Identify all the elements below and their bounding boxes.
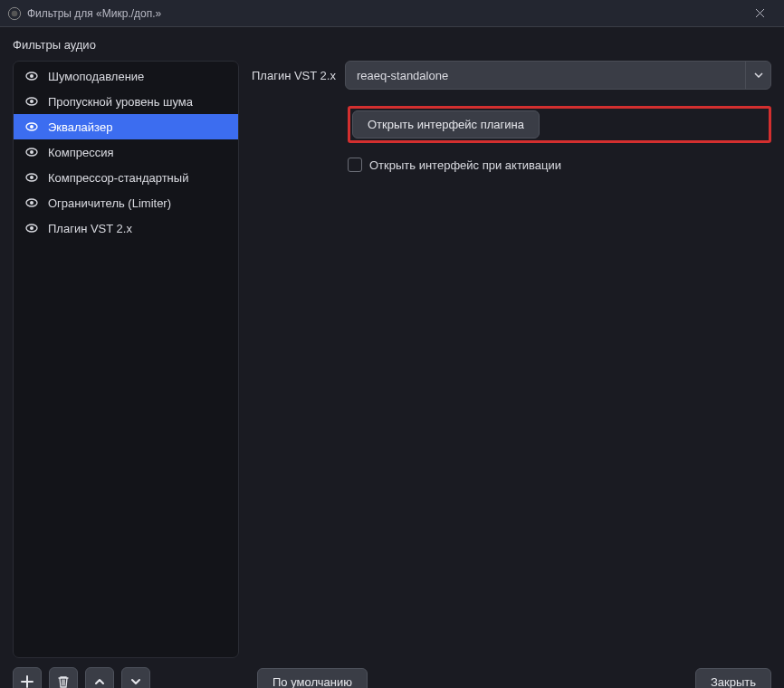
- chevron-down-icon: [129, 674, 143, 688]
- trash-icon: [56, 674, 71, 688]
- footer-bar: По умолчанию Закрыть: [0, 658, 784, 688]
- eye-icon[interactable]: [24, 94, 39, 109]
- filter-item-label: Шумоподавление: [48, 70, 144, 83]
- eye-icon[interactable]: [24, 170, 39, 185]
- filter-list-panel: Шумоподавление Пропускной уровень шума Э…: [13, 61, 239, 658]
- svg-point-11: [30, 150, 33, 154]
- filter-item[interactable]: Эквалайзер: [14, 114, 238, 139]
- svg-point-7: [30, 100, 33, 103]
- filter-item-label: Пропускной уровень шума: [48, 95, 193, 109]
- eye-icon[interactable]: [24, 145, 39, 159]
- plugin-select-row: Плагин VST 2.x reaeq-standalone: [252, 61, 771, 90]
- eye-icon[interactable]: [24, 221, 39, 235]
- svg-point-15: [30, 201, 33, 205]
- window-close-button[interactable]: [742, 1, 777, 26]
- filter-item-label: Компрессор-стандартный: [48, 171, 188, 185]
- eye-icon[interactable]: [24, 119, 39, 134]
- filter-item-label: Эквалайзер: [48, 120, 112, 134]
- filter-item[interactable]: Плагин VST 2.x: [14, 215, 238, 241]
- close-icon: [755, 8, 765, 18]
- filter-list: Шумоподавление Пропускной уровень шума Э…: [14, 62, 238, 243]
- highlight-annotation: Открыть интерфейс плагина: [348, 106, 771, 143]
- open-on-activate-label: Открыть интерфейс при активации: [369, 158, 561, 172]
- filter-item[interactable]: Шумоподавление: [14, 63, 238, 89]
- section-label-audio-filters: Фильтры аудио: [0, 27, 784, 61]
- svg-point-5: [30, 74, 33, 78]
- filter-item-label: Ограничитель (Limiter): [48, 196, 171, 210]
- obs-logo-icon: [7, 6, 22, 21]
- open-on-activate-checkbox[interactable]: [348, 158, 362, 172]
- move-filter-down-button[interactable]: [121, 667, 150, 688]
- window-title: Фильтры для «Микр./доп.»: [27, 7, 742, 20]
- svg-point-1: [12, 10, 18, 16]
- eye-icon[interactable]: [24, 69, 39, 83]
- svg-point-9: [30, 125, 33, 129]
- filter-item[interactable]: Ограничитель (Limiter): [14, 190, 238, 215]
- svg-point-13: [30, 176, 33, 179]
- open-on-activate-row: Открыть интерфейс при активации: [348, 158, 771, 172]
- open-plugin-interface-button[interactable]: Открыть интерфейс плагина: [352, 110, 540, 139]
- move-filter-up-button[interactable]: [85, 667, 114, 688]
- add-filter-button[interactable]: [13, 667, 42, 688]
- filter-item[interactable]: Компрессор-стандартный: [14, 165, 238, 190]
- filter-item[interactable]: Пропускной уровень шума: [14, 89, 238, 114]
- titlebar: Фильтры для «Микр./доп.»: [0, 0, 784, 27]
- plus-icon: [20, 674, 34, 688]
- plugin-select-label: Плагин VST 2.x: [252, 69, 336, 82]
- caret-down-icon: [745, 62, 770, 89]
- delete-filter-button[interactable]: [49, 667, 78, 688]
- chevron-up-icon: [92, 674, 107, 688]
- filter-item-label: Компрессия: [48, 146, 114, 159]
- content-area: Шумоподавление Пропускной уровень шума Э…: [0, 61, 784, 658]
- filter-settings-panel: Плагин VST 2.x reaeq-standalone Открыть …: [252, 61, 771, 658]
- svg-point-17: [30, 226, 33, 230]
- close-button[interactable]: Закрыть: [695, 668, 771, 689]
- plugin-select[interactable]: reaeq-standalone: [345, 61, 771, 90]
- defaults-button[interactable]: По умолчанию: [257, 668, 368, 689]
- filter-item-label: Плагин VST 2.x: [48, 222, 132, 235]
- filter-item[interactable]: Компрессия: [14, 139, 238, 165]
- eye-icon[interactable]: [24, 196, 39, 210]
- plugin-select-value: reaeq-standalone: [346, 62, 745, 89]
